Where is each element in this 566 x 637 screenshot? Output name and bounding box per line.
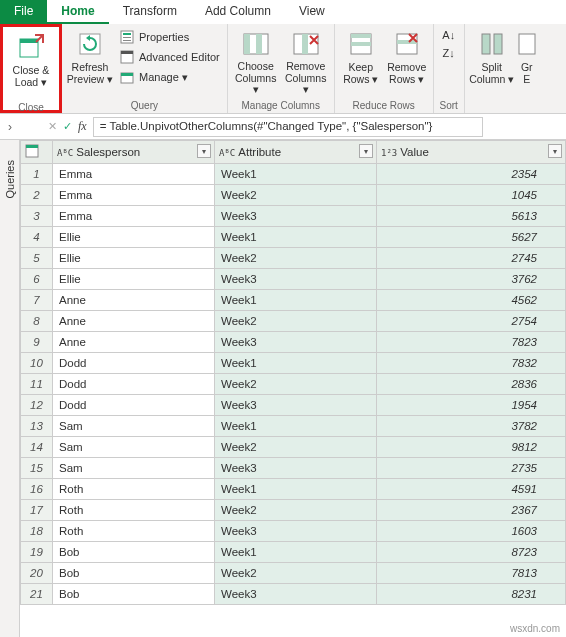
cell-salesperson[interactable]: Bob [53, 584, 215, 605]
cell-attribute[interactable]: Week1 [215, 479, 377, 500]
cell-attribute[interactable]: Week2 [215, 500, 377, 521]
table-row[interactable]: 16RothWeek14591 [21, 479, 566, 500]
cell-salesperson[interactable]: Dodd [53, 374, 215, 395]
cell-attribute[interactable]: Week3 [215, 269, 377, 290]
row-number[interactable]: 5 [21, 248, 53, 269]
cell-value[interactable]: 5627 [377, 227, 566, 248]
cell-attribute[interactable]: Week3 [215, 206, 377, 227]
sort-asc-button[interactable]: A↓ [438, 26, 460, 44]
row-number[interactable]: 15 [21, 458, 53, 479]
table-row[interactable]: 8AnneWeek22754 [21, 311, 566, 332]
cell-value[interactable]: 3762 [377, 269, 566, 290]
fx-label[interactable]: fx [78, 119, 87, 134]
cell-attribute[interactable]: Week2 [215, 437, 377, 458]
filter-dropdown-icon[interactable]: ▾ [197, 144, 211, 158]
cell-value[interactable]: 1954 [377, 395, 566, 416]
cell-attribute[interactable]: Week1 [215, 164, 377, 185]
cell-salesperson[interactable]: Bob [53, 563, 215, 584]
cell-attribute[interactable]: Week3 [215, 584, 377, 605]
cell-value[interactable]: 2735 [377, 458, 566, 479]
row-number[interactable]: 10 [21, 353, 53, 374]
confirm-icon[interactable]: ✓ [63, 120, 72, 133]
cell-value[interactable]: 3782 [377, 416, 566, 437]
cell-value[interactable]: 8231 [377, 584, 566, 605]
table-row[interactable]: 3EmmaWeek35613 [21, 206, 566, 227]
cell-attribute[interactable]: Week2 [215, 311, 377, 332]
column-header-attribute[interactable]: AᴮCAttribute ▾ [215, 141, 377, 164]
cell-attribute[interactable]: Week3 [215, 395, 377, 416]
table-row[interactable]: 21BobWeek38231 [21, 584, 566, 605]
cell-attribute[interactable]: Week1 [215, 416, 377, 437]
cell-value[interactable]: 7813 [377, 563, 566, 584]
cell-salesperson[interactable]: Anne [53, 332, 215, 353]
cell-value[interactable]: 1045 [377, 185, 566, 206]
tab-file[interactable]: File [0, 0, 47, 24]
row-number[interactable]: 1 [21, 164, 53, 185]
filter-dropdown-icon[interactable]: ▾ [359, 144, 373, 158]
refresh-preview-button[interactable]: Refresh Preview ▾ [66, 26, 114, 96]
table-row[interactable]: 18RothWeek31603 [21, 521, 566, 542]
row-number[interactable]: 16 [21, 479, 53, 500]
cell-attribute[interactable]: Week2 [215, 185, 377, 206]
row-number[interactable]: 19 [21, 542, 53, 563]
cell-value[interactable]: 2836 [377, 374, 566, 395]
column-header-value[interactable]: 1²3Value ▾ [377, 141, 566, 164]
cell-attribute[interactable]: Week1 [215, 227, 377, 248]
advanced-editor-button[interactable]: Advanced Editor [116, 48, 223, 66]
table-row[interactable]: 1EmmaWeek12354 [21, 164, 566, 185]
sort-desc-button[interactable]: Z↓ [438, 44, 460, 62]
table-row[interactable]: 13SamWeek13782 [21, 416, 566, 437]
row-number[interactable]: 11 [21, 374, 53, 395]
cell-salesperson[interactable]: Emma [53, 185, 215, 206]
cell-salesperson[interactable]: Anne [53, 311, 215, 332]
table-row[interactable]: 10DoddWeek17832 [21, 353, 566, 374]
cell-attribute[interactable]: Week2 [215, 374, 377, 395]
cell-salesperson[interactable]: Ellie [53, 248, 215, 269]
cell-attribute[interactable]: Week3 [215, 458, 377, 479]
cell-salesperson[interactable]: Emma [53, 206, 215, 227]
table-row[interactable]: 4EllieWeek15627 [21, 227, 566, 248]
cell-attribute[interactable]: Week2 [215, 248, 377, 269]
row-number[interactable]: 8 [21, 311, 53, 332]
cell-value[interactable]: 2354 [377, 164, 566, 185]
cell-value[interactable]: 8723 [377, 542, 566, 563]
remove-columns-button[interactable]: Remove Columns ▾ [282, 26, 330, 96]
cell-value[interactable]: 4562 [377, 290, 566, 311]
row-number[interactable]: 9 [21, 332, 53, 353]
cell-attribute[interactable]: Week3 [215, 521, 377, 542]
cell-value[interactable]: 4591 [377, 479, 566, 500]
cell-attribute[interactable]: Week1 [215, 353, 377, 374]
row-number[interactable]: 12 [21, 395, 53, 416]
row-number[interactable]: 17 [21, 500, 53, 521]
cell-salesperson[interactable]: Bob [53, 542, 215, 563]
table-row[interactable]: 2EmmaWeek21045 [21, 185, 566, 206]
filter-dropdown-icon[interactable]: ▾ [548, 144, 562, 158]
cell-value[interactable]: 1603 [377, 521, 566, 542]
row-number[interactable]: 21 [21, 584, 53, 605]
cell-value[interactable]: 9812 [377, 437, 566, 458]
table-row[interactable]: 5EllieWeek22745 [21, 248, 566, 269]
cell-salesperson[interactable]: Roth [53, 500, 215, 521]
cell-attribute[interactable]: Week3 [215, 332, 377, 353]
column-header-salesperson[interactable]: AᴮCSalesperson ▾ [53, 141, 215, 164]
row-number[interactable]: 14 [21, 437, 53, 458]
row-number[interactable]: 4 [21, 227, 53, 248]
table-row[interactable]: 11DoddWeek22836 [21, 374, 566, 395]
table-row[interactable]: 12DoddWeek31954 [21, 395, 566, 416]
table-row[interactable]: 14SamWeek29812 [21, 437, 566, 458]
split-column-button[interactable]: Split Column ▾ [469, 26, 515, 96]
table-row[interactable]: 15SamWeek32735 [21, 458, 566, 479]
tab-transform[interactable]: Transform [109, 0, 191, 24]
queries-sidebar[interactable]: Queries [0, 140, 20, 637]
row-header-corner[interactable] [21, 141, 53, 164]
tab-view[interactable]: View [285, 0, 339, 24]
tab-home[interactable]: Home [47, 0, 108, 24]
cell-value[interactable]: 7832 [377, 353, 566, 374]
choose-columns-button[interactable]: Choose Columns ▾ [232, 26, 280, 96]
table-row[interactable]: 9AnneWeek37823 [21, 332, 566, 353]
tab-add-column[interactable]: Add Column [191, 0, 285, 24]
cell-salesperson[interactable]: Anne [53, 290, 215, 311]
cell-salesperson[interactable]: Ellie [53, 227, 215, 248]
group-by-button[interactable]: Gr E [517, 26, 537, 96]
remove-rows-button[interactable]: Remove Rows ▾ [385, 26, 429, 96]
